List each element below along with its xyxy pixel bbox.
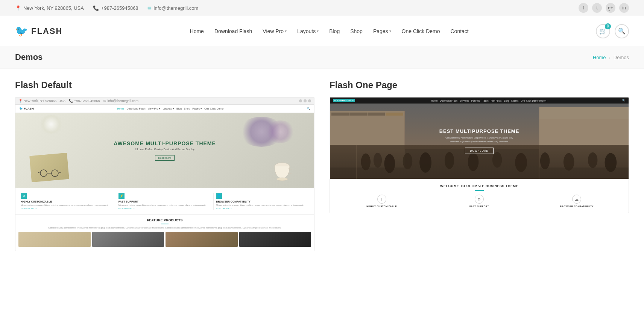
mini-welcome-feature-1: ↑ HIGHLY CUSTOMIZABLE: [333, 195, 430, 207]
hero-onepage-content: BEST MULTIPURPOSE THEME Collaboratively …: [330, 104, 629, 179]
flash-default-preview[interactable]: 📍 New York, NY 928865, USA 📞 +987-265945…: [15, 97, 314, 251]
mini-op-hero-title: BEST MULTIPURPOSE THEME: [439, 128, 519, 134]
mini-products-sub: Collaboratively administrate empowered m…: [18, 227, 311, 229]
search-button[interactable]: 🔍: [615, 24, 629, 38]
mini-products-grid: [18, 232, 311, 247]
mini-op-clients: Clients: [511, 99, 519, 102]
mini-search-icon: 🔍: [307, 107, 310, 110]
nav-blog[interactable]: Blog: [329, 28, 340, 34]
mini-nav-blog: Blog: [176, 107, 182, 110]
mini-welcome-feature-2: ⚙ FAST SUPPORT: [430, 195, 528, 207]
mini-nav-viewpro: View Pro ▾: [148, 107, 161, 110]
mini-op-hero-sub: Collaboratively Administrate Empowered M…: [442, 136, 517, 143]
mini-nav-layouts: Layouts ▾: [163, 107, 174, 110]
mini-welcome-icon-1: ↑: [377, 195, 386, 204]
linkedin-icon[interactable]: in: [619, 3, 629, 13]
products-accent: [161, 224, 169, 224]
mini-welcome: WELCOME TO ULTIMATE BUSINESS THEME ↑ HIG…: [330, 179, 629, 213]
mini-product-1: [18, 232, 91, 247]
cart-badge: 0: [605, 23, 611, 29]
mini-nav-download: Download Flash: [126, 107, 145, 110]
mini-feature-text-1: Mirum est notare quam littera gothica, q…: [21, 204, 114, 207]
mini-welcome-features: ↑ HIGHLY CUSTOMIZABLE ⚙ FAST SUPPORT ☁ B…: [333, 195, 626, 207]
mini-onepage-logo: FLASH ONE PAGE: [333, 99, 355, 102]
mini-onepage-nav: Home Download Flash Services Portfolio T…: [431, 99, 546, 102]
svg-line-3: [38, 172, 40, 173]
nav-shop[interactable]: Shop: [350, 28, 363, 34]
googleplus-icon[interactable]: g+: [606, 3, 615, 13]
breadcrumb: Home › Demos: [593, 55, 629, 60]
mini-dot-1: [299, 99, 302, 102]
mini-hero-onepage: BEST MULTIPURPOSE THEME Collaboratively …: [330, 104, 629, 179]
hero-default-content: AWESOME MULTI-PURPOSE THEME It Looks Per…: [114, 140, 216, 161]
mini-welcome-feature-title-2: FAST SUPPORT: [433, 205, 526, 207]
mini-op-oneclickimport: One Click Demo Import: [521, 99, 546, 102]
demos-row: Flash Default 📍 New York, NY 928865, USA…: [15, 80, 629, 251]
nav-download-flash[interactable]: Download Flash: [214, 28, 252, 34]
mini-welcome-feature-title-3: BROWSER COMPATIBILITY: [530, 205, 623, 207]
mini-feature-title-3: BROWSER COMPATIBILITY: [216, 200, 309, 203]
mini-dot-3: [308, 99, 311, 102]
mini-feature-title-1: HIGHLY CUSTOMIZABLE: [21, 200, 114, 203]
logo-bird-icon: 🐦: [15, 25, 28, 37]
mini-op-team: Team: [483, 99, 489, 102]
twitter-icon[interactable]: t: [592, 3, 602, 13]
mini-nav-home: Home: [117, 107, 125, 110]
svg-point-6: [276, 178, 288, 181]
nav-one-click-demo[interactable]: One Click Demo: [402, 28, 440, 34]
mini-hero-title: AWESOME MULTI-PURPOSE THEME: [114, 140, 216, 146]
mini-feature-link-1[interactable]: READ MORE →: [21, 207, 114, 210]
mini-welcome-title: WELCOME TO ULTIMATE BUSINESS THEME: [333, 184, 626, 188]
nav-layouts[interactable]: Layouts ▾: [297, 28, 319, 34]
mini-feature-link-2[interactable]: READ MORE →: [118, 207, 211, 210]
site-logo[interactable]: 🐦 FLASH: [15, 25, 62, 37]
mini-nav-oneclickdemo: One Click Demo: [204, 107, 223, 110]
mini-welcome-feature-title-1: HIGHLY CUSTOMIZABLE: [335, 205, 428, 207]
phone-text: +987-265945868: [101, 5, 138, 11]
mini-nav-shop: Shop: [184, 107, 190, 110]
breadcrumb-bar: Demos Home › Demos: [0, 46, 644, 69]
main-content: Flash Default 📍 New York, NY 928865, USA…: [0, 69, 644, 262]
mini-address: 📍 New York, NY 928865, USA 📞 +987-265945…: [18, 99, 138, 103]
email-text: info@themegrill.com: [154, 5, 199, 11]
mini-op-hero-btn[interactable]: DOWNLOAD: [465, 148, 493, 154]
hero-decoration-glasses: [38, 169, 61, 177]
facebook-icon[interactable]: f: [579, 3, 588, 13]
breadcrumb-home-link[interactable]: Home: [593, 55, 606, 60]
mini-dot-2: [304, 99, 307, 102]
mini-nav-pages: Pages ▾: [192, 107, 202, 110]
mini-product-3: [166, 232, 238, 247]
phone-icon: 📞: [93, 5, 99, 11]
mini-logo: 🐦 FLASH: [19, 107, 34, 110]
chevron-down-icon: ▾: [317, 29, 319, 33]
email-item: ✉ info@themegrill.com: [147, 5, 199, 11]
nav-home[interactable]: Home: [190, 28, 204, 34]
nav-pages[interactable]: Pages ▾: [373, 28, 391, 34]
mini-feature-text-2: Mirum est notare quam littera gothica, q…: [118, 204, 211, 207]
mini-feature-icon-2: ⚡: [118, 193, 125, 199]
mini-feature-link-3[interactable]: READ MORE →: [216, 207, 309, 210]
mini-feature-1: ⚙ HIGHLY CUSTOMIZABLE Mirum est notare q…: [18, 193, 116, 210]
page-title: Demos: [15, 52, 43, 62]
flash-one-page-col: Flash One Page FLASH ONE PAGE Home Downl…: [330, 80, 629, 251]
svg-point-1: [52, 170, 58, 177]
svg-point-0: [40, 170, 47, 177]
mini-hero-btn[interactable]: Read more: [155, 155, 175, 161]
mini-product-2: [92, 232, 164, 247]
hero-decoration-cup: [273, 162, 292, 183]
main-nav: Home Download Flash View Pro ▾ Layouts ▾…: [190, 28, 469, 34]
nav-contact[interactable]: Contact: [451, 28, 469, 34]
mini-feature-3: 🌐 BROWSER COMPATIBILITY Mirum est notare…: [214, 193, 311, 210]
mini-welcome-feature-3: ☁ BROWSER COMPATIBILITY: [528, 195, 626, 207]
nav-view-pro[interactable]: View Pro ▾: [263, 28, 287, 34]
mini-feature-2: ⚡ FAST SUPPORT Mirum est notare quam lit…: [116, 193, 214, 210]
flash-one-page-preview[interactable]: FLASH ONE PAGE Home Download Flash Servi…: [330, 97, 629, 213]
mini-topbar-default: 📍 New York, NY 928865, USA 📞 +987-265945…: [15, 97, 314, 105]
cart-button[interactable]: 🛒 0: [596, 24, 610, 38]
location-icon: 📍: [15, 5, 21, 11]
mini-feature-icon-3: 🌐: [216, 193, 222, 199]
search-icon: 🔍: [618, 27, 626, 35]
mini-op-download: Download Flash: [440, 99, 457, 102]
mini-welcome-icon-2: ⚙: [475, 195, 484, 204]
flash-default-title: Flash Default: [15, 80, 314, 90]
